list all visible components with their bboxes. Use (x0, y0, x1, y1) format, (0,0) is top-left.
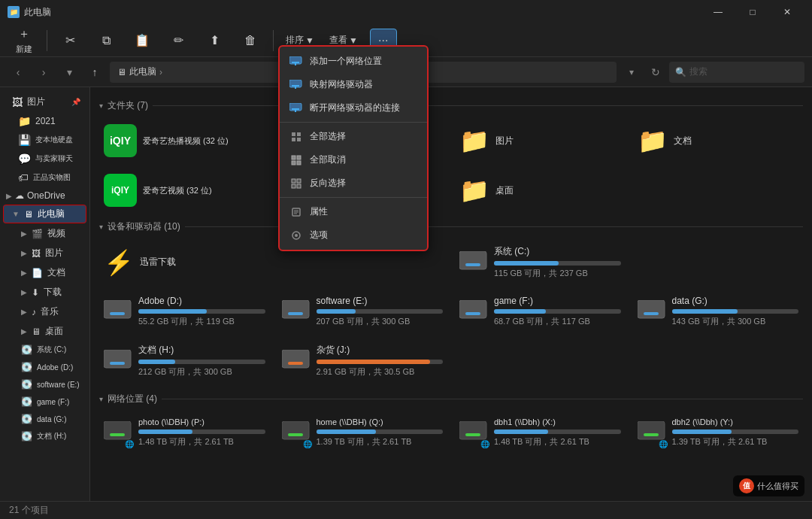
drive-bar-bg-p (138, 429, 265, 434)
drive-item-photo-p[interactable]: 🌐 photo (\\DBH) (P:) 1.48 TB 可用，共 2.61 T… (99, 413, 270, 452)
sidebar-item-side-pics[interactable]: ▶ 🖼 图片 (3, 244, 86, 263)
network-expand-icon[interactable]: ▾ (99, 395, 103, 403)
videos-icon: 🎬 (32, 229, 43, 239)
drive-bar-fill-g (672, 309, 738, 314)
network-line (162, 399, 803, 399)
network-overlay-q: 🌐 (303, 440, 312, 448)
folders-expand-icon[interactable]: ▾ (99, 102, 103, 110)
drive-item-docs-h[interactable]: 文档 (H:) 212 GB 可用，共 300 GB (99, 339, 270, 382)
sidebar-item-desktop[interactable]: ▶ 🖥 桌面 (3, 322, 86, 341)
folder-item-iqiyi[interactable]: iQIY 爱奇艺视频 (32 位) (99, 169, 270, 211)
paste-button[interactable]: 📋 (126, 30, 159, 50)
back-button[interactable]: ‹ (8, 62, 29, 83)
sidebar-item-side-down[interactable]: ▶ ⬇ 下载 (3, 283, 86, 302)
title-bar-left: 📁 此电脑 (8, 6, 51, 19)
sidebar-item-data[interactable]: 💽 data (G:) (3, 411, 86, 427)
drive-size-x: 1.48 TB 可用，共 2.61 TB (494, 436, 621, 448)
folder-item-iqiyi-hot[interactable]: iQIY 爱奇艺热播视频 (32 位) (99, 120, 270, 162)
sidebar-item-game[interactable]: 💽 game (F:) (3, 393, 86, 410)
sidebar-item-seller[interactable]: 💬 与卖家聊天 (3, 150, 86, 168)
delete-button[interactable]: 🗑 (234, 31, 267, 50)
drives-grid-1: ⚡ 迅雷下载 系统 (C:) (99, 241, 803, 284)
drive-bar-bg-c (494, 261, 621, 266)
drive-icon-x: 🌐 (459, 418, 488, 447)
download-icon: ⬇ (32, 287, 39, 298)
folder-item-desktop[interactable]: 📁 桌面 (455, 169, 626, 211)
drive-name-x: dbh1 (\\Dbh) (X:) (494, 417, 621, 426)
network-svg-1 (289, 56, 303, 67)
minimize-button[interactable]: — (701, 0, 735, 24)
svg-rect-36 (297, 156, 301, 159)
adobe-disk-icon: 💽 (21, 362, 32, 372)
status-bar: 21 个项目 (0, 501, 812, 519)
drive-bar-fill-d (138, 309, 207, 314)
drive-bar-fill-c (494, 261, 559, 266)
sidebar-group-onedrive[interactable]: ▶ ☁ OneDrive (0, 187, 89, 204)
sidebar-item-adobe[interactable]: 💽 Adobe (D:) (3, 359, 86, 375)
copy-button[interactable]: ⧉ (89, 31, 123, 50)
sidebar-item-music[interactable]: ▶ ♪ 音乐 (3, 302, 86, 321)
drive-item-data-g[interactable]: data (G:) 143 GB 可用，共 300 GB (633, 291, 804, 332)
svg-rect-5 (288, 312, 303, 315)
ctx-invert-selection[interactable]: 反向选择 (280, 171, 427, 195)
close-button[interactable]: ✕ (770, 0, 804, 24)
sidebar-item-this-pc[interactable]: ▼ 🖥 此电脑 (3, 205, 86, 223)
rename-button[interactable]: ✏ (162, 30, 195, 50)
svg-rect-23 (292, 62, 299, 63)
ctx-disconnect-network-drive[interactable]: 断开网络驱动器的连接 (280, 96, 427, 120)
folder-desktop-label: 桌面 (495, 184, 514, 197)
drive-item-adobe-d[interactable]: Adobe (D:) 55.2 GB 可用，共 119 GB (99, 291, 270, 332)
drive-top-f: game (F:) 68.7 GB 可用，共 117 GB (459, 296, 621, 327)
sidebar-item-docs2[interactable]: 💽 文档 (H:) (3, 428, 86, 445)
share-button[interactable]: ⬆ (198, 30, 231, 50)
ctx-select-all[interactable]: 全部选择 (280, 125, 427, 148)
drive-size-q: 1.39 TB 可用，共 2.61 TB (317, 436, 444, 448)
folder-item-xunlei[interactable]: ⚡ 迅雷下载 (99, 241, 270, 284)
drive-item-game-f[interactable]: game (F:) 68.7 GB 可用，共 117 GB (455, 291, 626, 332)
folder-item-docs[interactable]: 📁 文档 (633, 120, 804, 162)
folder-item-images[interactable]: 📁 图片 (455, 120, 626, 162)
svg-rect-16 (282, 421, 309, 439)
ctx-add-network-location[interactable]: 添加一个网络位置 (280, 50, 427, 73)
ctx-deselect-all-label: 全部取消 (310, 153, 346, 166)
ctx-options[interactable]: 选项 (280, 223, 427, 247)
sidebar-item-local-disk[interactable]: 💾 变本地硬盘 (3, 131, 86, 149)
iqiyi-hot-icon: iQIY (104, 124, 137, 157)
drive-item-junk-j[interactable]: 杂货 (J:) 2.91 GB 可用，共 30.5 GB (277, 339, 448, 382)
devices-section-header: ▾ 设备和驱动器 (10) (99, 220, 803, 233)
cut-button[interactable]: ✂ (53, 30, 86, 50)
network-drives-grid: 🌐 photo (\\DBH) (P:) 1.48 TB 可用，共 2.61 T… (99, 413, 803, 452)
folder-docs-icon: 📁 (638, 126, 668, 155)
maximize-button[interactable]: □ (735, 0, 770, 24)
drive-top-e: software (E:) 207 GB 可用，共 300 GB (282, 296, 444, 327)
music-icon: ♪ (32, 307, 36, 317)
sidebar-item-real-image[interactable]: 🏷 正品实物图 (3, 168, 86, 187)
drive-item-dbh1-x[interactable]: 🌐 dbh1 (\\Dbh) (X:) 1.48 TB 可用，共 2.61 TB (455, 413, 626, 452)
iqiyi-icon: iQIY (104, 174, 137, 207)
dropdown-history-button[interactable]: ▾ (59, 62, 80, 83)
up-button[interactable]: ↑ (84, 62, 105, 83)
drive-name-e: software (E:) (317, 296, 444, 306)
refresh-button[interactable]: ↻ (645, 62, 666, 83)
drive-bar-bg-x (494, 429, 621, 434)
ctx-deselect-all[interactable]: 全部取消 (280, 148, 427, 171)
sidebar-item-2021[interactable]: 📁 2021 (3, 112, 86, 130)
sidebar-item-videos[interactable]: ▶ 🎬 视频 (3, 224, 86, 243)
sidebar-item-side-docs[interactable]: ▶ 📄 文档 (3, 263, 86, 282)
recent-button[interactable]: ▾ (621, 62, 642, 83)
drives-grid-2: Adobe (D:) 55.2 GB 可用，共 119 GB (99, 291, 803, 332)
sidebar-item-software[interactable]: 💽 software (E:) (3, 376, 86, 393)
ctx-map-network-drive[interactable]: 映射网络驱动器 (280, 73, 427, 96)
sidebar-item-images[interactable]: 🖼 图片 📌 (3, 93, 86, 111)
search-box[interactable]: 🔍 搜索 (669, 62, 804, 83)
hdd-svg-c (459, 251, 488, 274)
new-button[interactable]: ＋ 新建 (8, 23, 41, 58)
drive-item-system-c[interactable]: 系统 (C:) 115 GB 可用，共 237 GB (455, 241, 626, 284)
drive-item-home-q[interactable]: 🌐 home (\\DBH) (Q:) 1.39 TB 可用，共 2.61 TB (277, 413, 448, 452)
sidebar-item-system[interactable]: 💽 系统 (C:) (3, 341, 86, 358)
drive-item-dbh2-y[interactable]: 🌐 dbh2 (\\Dbh) (Y:) 1.39 TB 可用，共 2.61 TB (633, 413, 804, 452)
ctx-properties[interactable]: 属性 (280, 200, 427, 223)
devices-expand-icon[interactable]: ▾ (99, 223, 103, 231)
forward-button[interactable]: › (33, 62, 54, 83)
drive-item-software-e[interactable]: software (E:) 207 GB 可用，共 300 GB (277, 291, 448, 332)
